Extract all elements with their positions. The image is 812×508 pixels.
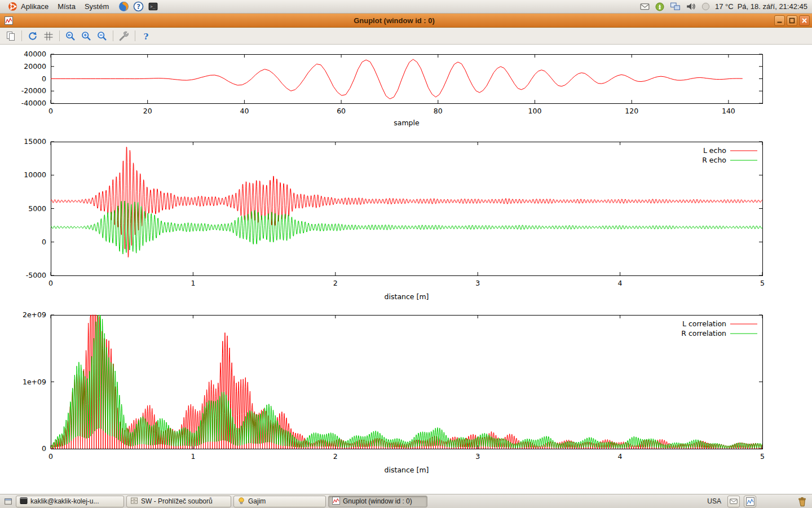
minimize-button[interactable]	[774, 15, 785, 26]
gnuplot-window-icon	[5, 16, 14, 25]
plot-canvas[interactable]: 020406080100120140-40000-200000200004000…	[0, 45, 812, 494]
svg-text:-40000: -40000	[21, 99, 46, 107]
gnuplot-icon	[332, 497, 340, 506]
svg-text:2: 2	[333, 452, 338, 461]
svg-text:?: ?	[136, 3, 140, 11]
svg-text:-20000: -20000	[21, 86, 46, 95]
tray-plot-icon[interactable]	[744, 496, 756, 507]
taskbar: kaklik@kaklik-kolej-u... SW - Prohlížeč …	[0, 494, 812, 508]
svg-text:60: 60	[337, 107, 346, 115]
svg-text:5: 5	[760, 279, 765, 287]
svg-text:1e+09: 1e+09	[23, 378, 46, 386]
svg-text:140: 140	[722, 107, 735, 115]
top-panel: Aplikace Místa Systém ? >_	[0, 0, 812, 14]
network-icon[interactable]	[669, 1, 681, 12]
panel-status-area: 17 °C Pá, 18. září, 21:42:45	[639, 1, 810, 12]
svg-text:0: 0	[48, 452, 53, 461]
chart-3: 01234501e+092e+09distance [m]L correlati…	[23, 310, 765, 474]
chart-2: 012345-5000050001000015000distance [m]L …	[24, 137, 765, 301]
toolbar-separator	[21, 30, 22, 41]
svg-text:2e+09: 2e+09	[23, 310, 46, 319]
taskbar-button-gajim[interactable]: Gajim	[233, 496, 326, 507]
zoom-previous-button[interactable]	[63, 29, 78, 43]
maximize-button[interactable]	[787, 15, 797, 26]
svg-text:distance [m]: distance [m]	[385, 292, 429, 301]
svg-text:1: 1	[191, 279, 195, 287]
update-notifier-icon[interactable]	[654, 1, 665, 12]
series-R correlation	[51, 315, 762, 448]
volume-icon[interactable]	[685, 1, 696, 12]
taskbar-button-gnuplot[interactable]: Gnuplot (window id : 0)	[328, 496, 427, 507]
mail-notifier-icon[interactable]	[639, 1, 650, 12]
desktop: Aplikace Místa Systém ? >_	[0, 0, 812, 508]
taskbar-button-terminal[interactable]: kaklik@kaklik-kolej-u...	[16, 496, 124, 507]
close-button[interactable]	[799, 15, 810, 26]
svg-text:0: 0	[48, 279, 53, 287]
svg-text:4: 4	[618, 279, 623, 287]
tray-mail-icon[interactable]	[727, 496, 740, 507]
taskbar-button-label: SW - Prohlížeč souborů	[141, 497, 213, 505]
menu-system-label: Systém	[85, 2, 109, 11]
replot-button[interactable]	[25, 29, 40, 43]
menu-applications[interactable]: Aplikace	[2, 1, 53, 13]
clock-label[interactable]: Pá, 18. září, 21:42:45	[738, 2, 807, 11]
menu-places[interactable]: Místa	[53, 1, 80, 13]
window-list-applet-icon[interactable]	[2, 496, 14, 507]
svg-text:40000: 40000	[24, 50, 46, 58]
panel-launchers: ? >_	[118, 1, 158, 12]
temperature-label[interactable]: 17 °C	[715, 2, 734, 11]
svg-text:5000: 5000	[28, 204, 46, 213]
help-launcher-icon[interactable]: ?	[133, 1, 144, 12]
svg-text:20000: 20000	[24, 62, 46, 71]
file-manager-icon	[130, 497, 138, 506]
ubuntu-logo-icon	[7, 1, 18, 12]
toolbar-separator	[113, 30, 113, 41]
svg-text:3: 3	[475, 452, 480, 461]
series-R echo	[51, 201, 762, 254]
svg-text:2: 2	[333, 279, 338, 287]
svg-text:0: 0	[42, 444, 46, 453]
svg-text:120: 120	[625, 107, 638, 115]
taskbar-button-label: Gnuplot (window id : 0)	[343, 497, 412, 505]
keyboard-layout-indicator[interactable]: USA	[705, 497, 723, 505]
chart-1: 020406080100120140-40000-200000200004000…	[21, 50, 763, 127]
zoom-in-button[interactable]	[79, 29, 94, 43]
series-L echo	[51, 147, 762, 257]
toolbar-separator	[135, 30, 135, 41]
svg-text:?: ?	[144, 31, 149, 41]
svg-text:R echo: R echo	[702, 156, 726, 164]
svg-text:1: 1	[191, 452, 195, 461]
taskbar-button-label: Gajim	[248, 497, 266, 505]
svg-text:sample: sample	[394, 119, 420, 127]
svg-text:5: 5	[760, 452, 765, 461]
taskbar-button-file-manager[interactable]: SW - Prohlížeč souborů	[126, 496, 231, 507]
svg-text:3: 3	[475, 279, 480, 287]
settings-button[interactable]	[117, 29, 131, 43]
svg-text:0: 0	[42, 75, 46, 83]
firefox-launcher-icon[interactable]	[118, 1, 129, 12]
copy-button[interactable]	[3, 29, 18, 43]
terminal-launcher-icon[interactable]: >_	[147, 1, 158, 12]
svg-text:100: 100	[528, 107, 542, 115]
svg-text:15000: 15000	[24, 137, 46, 146]
weather-icon[interactable]	[700, 1, 711, 12]
svg-text:0: 0	[42, 238, 46, 246]
series-signal	[51, 59, 743, 99]
menu-system[interactable]: Systém	[80, 1, 113, 13]
svg-text:>_: >_	[150, 4, 155, 9]
svg-text:0: 0	[48, 107, 53, 115]
gnuplot-plots[interactable]: 020406080100120140-40000-200000200004000…	[0, 45, 812, 494]
zoom-out-button[interactable]	[95, 29, 109, 43]
svg-text:distance [m]: distance [m]	[385, 466, 429, 474]
gnuplot-window: Gnuplot (window id : 0)	[0, 14, 812, 494]
svg-text:80: 80	[434, 107, 443, 115]
taskbar-button-label: kaklik@kaklik-kolej-u...	[30, 497, 99, 505]
toolbar-separator	[59, 30, 60, 41]
menu-places-label: Místa	[58, 2, 76, 11]
trash-icon[interactable]	[795, 496, 809, 507]
window-titlebar[interactable]: Gnuplot (window id : 0)	[0, 14, 812, 28]
svg-text:10000: 10000	[24, 170, 46, 179]
help-button[interactable]: ?	[139, 29, 153, 43]
grid-button[interactable]	[41, 29, 56, 43]
terminal-icon	[20, 497, 28, 506]
